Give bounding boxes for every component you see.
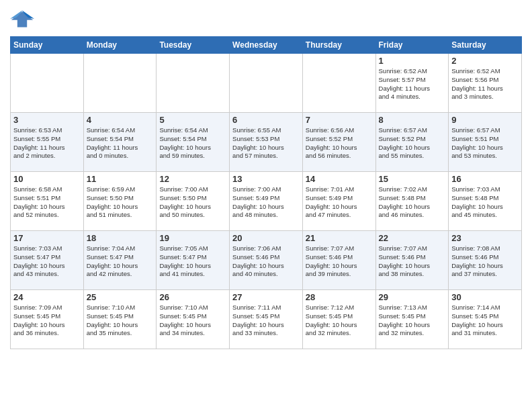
calendar-week-5: 24Sunrise: 7:09 AM Sunset: 5:45 PM Dayli… [11, 290, 522, 349]
day-info: Sunrise: 7:08 AM Sunset: 5:46 PM Dayligh… [451, 244, 519, 279]
day-number: 2 [451, 56, 519, 66]
day-number: 29 [379, 292, 446, 302]
calendar-cell: 18Sunrise: 7:04 AM Sunset: 5:47 PM Dayli… [83, 231, 157, 290]
calendar-cell: 12Sunrise: 7:00 AM Sunset: 5:50 PM Dayli… [157, 172, 230, 231]
day-number: 18 [87, 233, 154, 243]
calendar-cell: 4Sunrise: 6:54 AM Sunset: 5:54 PM Daylig… [83, 113, 157, 172]
day-number: 5 [159, 115, 226, 125]
calendar-cell: 8Sunrise: 6:57 AM Sunset: 5:52 PM Daylig… [375, 113, 449, 172]
day-info: Sunrise: 6:53 AM Sunset: 5:55 PM Dayligh… [13, 126, 81, 161]
calendar-cell: 14Sunrise: 7:01 AM Sunset: 5:49 PM Dayli… [302, 172, 375, 231]
day-info: Sunrise: 7:10 AM Sunset: 5:45 PM Dayligh… [159, 304, 226, 338]
calendar-cell: 29Sunrise: 7:13 AM Sunset: 5:45 PM Dayli… [375, 290, 449, 349]
day-info: Sunrise: 7:00 AM Sunset: 5:50 PM Dayligh… [159, 185, 226, 220]
calendar-cell: 2Sunrise: 6:52 AM Sunset: 5:56 PM Daylig… [449, 54, 522, 113]
day-number: 21 [306, 233, 373, 243]
day-number: 3 [13, 115, 81, 125]
calendar-cell: 20Sunrise: 7:06 AM Sunset: 5:46 PM Dayli… [230, 231, 303, 290]
calendar-cell [230, 54, 303, 113]
day-number: 8 [379, 115, 446, 125]
day-info: Sunrise: 6:57 AM Sunset: 5:52 PM Dayligh… [379, 126, 446, 161]
day-info: Sunrise: 6:56 AM Sunset: 5:52 PM Dayligh… [306, 126, 373, 161]
day-info: Sunrise: 6:57 AM Sunset: 5:51 PM Dayligh… [451, 126, 519, 161]
day-info: Sunrise: 6:55 AM Sunset: 5:53 PM Dayligh… [232, 126, 300, 161]
calendar-cell [83, 54, 157, 113]
page: SundayMondayTuesdayWednesdayThursdayFrid… [0, 0, 532, 359]
day-info: Sunrise: 7:03 AM Sunset: 5:48 PM Dayligh… [451, 185, 519, 220]
day-info: Sunrise: 7:09 AM Sunset: 5:45 PM Dayligh… [13, 304, 81, 338]
calendar-cell: 19Sunrise: 7:05 AM Sunset: 5:47 PM Dayli… [157, 231, 230, 290]
calendar-cell [157, 54, 230, 113]
day-info: Sunrise: 7:01 AM Sunset: 5:49 PM Dayligh… [306, 185, 373, 220]
calendar-cell: 10Sunrise: 6:58 AM Sunset: 5:51 PM Dayli… [11, 172, 84, 231]
day-number: 19 [159, 233, 226, 243]
calendar-cell: 21Sunrise: 7:07 AM Sunset: 5:46 PM Dayli… [302, 231, 375, 290]
weekday-header-monday: Monday [83, 37, 157, 54]
day-number: 30 [451, 292, 519, 302]
day-number: 6 [232, 115, 300, 125]
calendar-cell [11, 54, 84, 113]
calendar-cell: 17Sunrise: 7:03 AM Sunset: 5:47 PM Dayli… [11, 231, 84, 290]
day-info: Sunrise: 6:58 AM Sunset: 5:51 PM Dayligh… [13, 185, 81, 220]
day-number: 20 [232, 233, 300, 243]
day-info: Sunrise: 7:02 AM Sunset: 5:48 PM Dayligh… [379, 185, 446, 220]
calendar-week-3: 10Sunrise: 6:58 AM Sunset: 5:51 PM Dayli… [11, 172, 522, 231]
calendar-cell: 24Sunrise: 7:09 AM Sunset: 5:45 PM Dayli… [11, 290, 84, 349]
calendar-cell: 27Sunrise: 7:11 AM Sunset: 5:45 PM Dayli… [230, 290, 303, 349]
day-number: 15 [379, 174, 446, 184]
day-number: 11 [87, 174, 154, 184]
day-number: 25 [87, 292, 154, 302]
day-number: 7 [306, 115, 373, 125]
day-number: 10 [13, 174, 81, 184]
calendar-cell: 28Sunrise: 7:12 AM Sunset: 5:45 PM Dayli… [302, 290, 375, 349]
day-info: Sunrise: 7:00 AM Sunset: 5:49 PM Dayligh… [232, 185, 300, 220]
weekday-header-tuesday: Tuesday [157, 37, 230, 54]
day-number: 1 [379, 56, 446, 66]
day-info: Sunrise: 6:59 AM Sunset: 5:50 PM Dayligh… [87, 185, 154, 220]
calendar-cell: 15Sunrise: 7:02 AM Sunset: 5:48 PM Dayli… [375, 172, 449, 231]
day-number: 12 [159, 174, 226, 184]
calendar-cell: 3Sunrise: 6:53 AM Sunset: 5:55 PM Daylig… [11, 113, 84, 172]
day-number: 26 [159, 292, 226, 302]
svg-marker-0 [11, 11, 33, 27]
weekday-header-row: SundayMondayTuesdayWednesdayThursdayFrid… [11, 37, 522, 54]
weekday-header-wednesday: Wednesday [230, 37, 303, 54]
calendar-cell: 1Sunrise: 6:52 AM Sunset: 5:57 PM Daylig… [375, 54, 449, 113]
calendar-week-4: 17Sunrise: 7:03 AM Sunset: 5:47 PM Dayli… [11, 231, 522, 290]
calendar-week-2: 3Sunrise: 6:53 AM Sunset: 5:55 PM Daylig… [11, 113, 522, 172]
day-number: 13 [232, 174, 300, 184]
day-number: 9 [451, 115, 519, 125]
day-info: Sunrise: 6:54 AM Sunset: 5:54 PM Dayligh… [159, 126, 226, 161]
day-info: Sunrise: 6:52 AM Sunset: 5:56 PM Dayligh… [451, 67, 519, 101]
day-number: 16 [451, 174, 519, 184]
day-number: 23 [451, 233, 519, 243]
day-info: Sunrise: 6:52 AM Sunset: 5:57 PM Dayligh… [379, 67, 446, 101]
calendar-cell: 9Sunrise: 6:57 AM Sunset: 5:51 PM Daylig… [449, 113, 522, 172]
calendar-cell: 26Sunrise: 7:10 AM Sunset: 5:45 PM Dayli… [157, 290, 230, 349]
day-info: Sunrise: 7:12 AM Sunset: 5:45 PM Dayligh… [306, 304, 373, 338]
calendar-cell: 16Sunrise: 7:03 AM Sunset: 5:48 PM Dayli… [449, 172, 522, 231]
weekday-header-saturday: Saturday [449, 37, 522, 54]
header [10, 7, 522, 31]
day-number: 27 [232, 292, 300, 302]
weekday-header-sunday: Sunday [11, 37, 84, 54]
day-info: Sunrise: 7:03 AM Sunset: 5:47 PM Dayligh… [13, 244, 81, 279]
calendar-week-1: 1Sunrise: 6:52 AM Sunset: 5:57 PM Daylig… [11, 54, 522, 113]
weekday-header-friday: Friday [375, 37, 449, 54]
day-info: Sunrise: 7:10 AM Sunset: 5:45 PM Dayligh… [87, 304, 154, 338]
calendar-cell: 22Sunrise: 7:07 AM Sunset: 5:46 PM Dayli… [375, 231, 449, 290]
weekday-header-thursday: Thursday [302, 37, 375, 54]
day-number: 17 [13, 233, 81, 243]
day-info: Sunrise: 7:06 AM Sunset: 5:46 PM Dayligh… [232, 244, 300, 279]
calendar-cell: 7Sunrise: 6:56 AM Sunset: 5:52 PM Daylig… [302, 113, 375, 172]
day-number: 28 [306, 292, 373, 302]
day-info: Sunrise: 6:54 AM Sunset: 5:54 PM Dayligh… [87, 126, 154, 161]
calendar-cell: 6Sunrise: 6:55 AM Sunset: 5:53 PM Daylig… [230, 113, 303, 172]
day-info: Sunrise: 7:13 AM Sunset: 5:45 PM Dayligh… [379, 304, 446, 338]
day-info: Sunrise: 7:07 AM Sunset: 5:46 PM Dayligh… [379, 244, 446, 279]
calendar-cell: 5Sunrise: 6:54 AM Sunset: 5:54 PM Daylig… [157, 113, 230, 172]
day-info: Sunrise: 7:07 AM Sunset: 5:46 PM Dayligh… [306, 244, 373, 279]
day-info: Sunrise: 7:14 AM Sunset: 5:45 PM Dayligh… [451, 304, 519, 338]
calendar-cell: 11Sunrise: 6:59 AM Sunset: 5:50 PM Dayli… [83, 172, 157, 231]
day-number: 22 [379, 233, 446, 243]
